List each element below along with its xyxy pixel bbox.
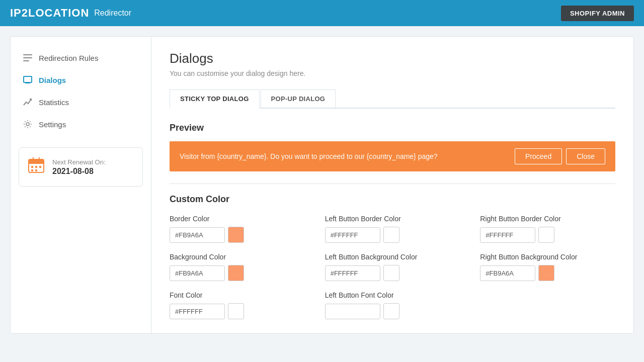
svg-point-5 — [26, 123, 29, 126]
main-content: Dialogs You can customise your dialog de… — [151, 37, 633, 333]
background-color-input-row — [170, 265, 305, 281]
dialogs-icon — [23, 75, 33, 85]
color-field-right-btn-bg: Right Button Background Color — [480, 253, 615, 281]
border-color-input-row — [170, 227, 305, 243]
preview-section: Preview Visitor from {country_name}. Do … — [170, 123, 615, 171]
left-btn-font-swatch[interactable] — [383, 303, 399, 319]
color-field-left-btn-font: Left Button Font Color — [325, 291, 460, 319]
left-btn-border-label: Left Button Border Color — [325, 215, 460, 223]
right-btn-bg-input[interactable] — [480, 265, 535, 281]
right-btn-bg-swatch[interactable] — [538, 265, 554, 281]
left-btn-border-input-row — [325, 227, 460, 243]
left-btn-font-input[interactable] — [325, 304, 380, 319]
sidebar-label-settings: Settings — [39, 120, 66, 129]
color-fields-grid: Border Color Left Button Border Color — [170, 215, 615, 319]
renewal-box: Next Renewal On: 2021-08-08 — [19, 147, 143, 187]
font-color-input[interactable] — [170, 304, 225, 319]
svg-rect-4 — [25, 82, 30, 83]
preview-buttons: Proceed Close — [515, 148, 605, 164]
sidebar-item-statistics[interactable]: Statistics — [11, 91, 151, 113]
border-color-label: Border Color — [170, 215, 305, 223]
font-color-input-row — [170, 303, 305, 319]
svg-rect-10 — [31, 166, 33, 168]
app-header: IP2LOCATION Redirector SHOPIFY ADMIN — [0, 0, 644, 26]
left-btn-border-input[interactable] — [325, 227, 380, 243]
color-field-font-color: Font Color — [170, 291, 305, 319]
left-btn-bg-input-row — [325, 265, 460, 281]
sidebar-label-dialogs: Dialogs — [39, 76, 66, 84]
background-color-label: Background Color — [170, 253, 305, 261]
product-name: Redirector — [94, 9, 131, 18]
renewal-info: Next Renewal On: 2021-08-08 — [52, 158, 106, 176]
right-btn-border-input[interactable] — [480, 227, 535, 243]
sidebar-label-statistics: Statistics — [39, 98, 69, 107]
sidebar-label-redirection-rules: Redirection Rules — [39, 54, 98, 62]
renewal-label: Next Renewal On: — [52, 158, 106, 166]
sidebar: Redirection Rules Dialogs Statistics — [11, 37, 151, 333]
logo-text: IP2LOCATION — [10, 7, 89, 20]
sidebar-item-dialogs[interactable]: Dialogs — [11, 69, 151, 91]
left-btn-bg-input[interactable] — [325, 265, 380, 281]
sidebar-nav: Redirection Rules Dialogs Statistics — [11, 47, 151, 135]
preview-message: Visitor from {country_name}. Do you want… — [180, 152, 515, 160]
color-field-border-color: Border Color — [170, 215, 305, 243]
renewal-date: 2021-08-08 — [52, 167, 106, 176]
right-btn-bg-label: Right Button Background Color — [480, 253, 615, 261]
color-field-background-color: Background Color — [170, 253, 305, 281]
svg-rect-2 — [23, 60, 29, 61]
page-title: Dialogs — [170, 51, 615, 66]
svg-rect-0 — [23, 54, 32, 55]
color-field-left-btn-bg: Left Button Background Color — [325, 253, 460, 281]
calendar-icon — [27, 156, 45, 178]
left-btn-bg-label: Left Button Background Color — [325, 253, 460, 261]
left-btn-font-input-row — [325, 303, 460, 319]
right-btn-border-swatch[interactable] — [538, 227, 554, 243]
logo-area: IP2LOCATION Redirector — [10, 7, 131, 20]
close-button[interactable]: Close — [566, 148, 605, 164]
border-color-input[interactable] — [170, 227, 225, 243]
svg-rect-12 — [39, 166, 41, 168]
preview-title: Preview — [170, 123, 615, 133]
left-btn-font-label: Left Button Font Color — [325, 291, 460, 299]
svg-rect-11 — [35, 166, 37, 168]
preview-bar: Visitor from {country_name}. Do you want… — [170, 141, 615, 171]
right-btn-border-label: Right Button Border Color — [480, 215, 615, 223]
custom-color-title: Custom Color — [170, 194, 615, 205]
statistics-icon — [23, 97, 33, 107]
proceed-button[interactable]: Proceed — [515, 148, 562, 164]
left-btn-bg-swatch[interactable] — [383, 265, 399, 281]
dialog-tabs: STICKY TOP DIALOG POP-UP DIALOG — [170, 89, 615, 109]
redirection-rules-icon — [23, 53, 33, 63]
left-btn-border-swatch[interactable] — [383, 227, 399, 243]
svg-rect-3 — [24, 76, 32, 82]
sidebar-item-settings[interactable]: Settings — [11, 113, 151, 135]
right-btn-border-input-row — [480, 227, 615, 243]
svg-rect-14 — [35, 169, 37, 171]
color-field-right-btn-border: Right Button Border Color — [480, 215, 615, 243]
font-color-label: Font Color — [170, 291, 305, 299]
main-container: Redirection Rules Dialogs Statistics — [10, 36, 634, 334]
sidebar-item-redirection-rules[interactable]: Redirection Rules — [11, 47, 151, 69]
custom-color-section: Custom Color Border Color Left Button Bo… — [170, 194, 615, 319]
svg-rect-7 — [29, 159, 44, 164]
right-btn-bg-input-row — [480, 265, 615, 281]
svg-rect-1 — [23, 57, 32, 58]
tab-popup-dialog[interactable]: POP-UP DIALOG — [261, 89, 336, 108]
page-subtitle: You can customise your dialog design her… — [170, 69, 615, 77]
tab-sticky-top-dialog[interactable]: STICKY TOP DIALOG — [170, 89, 260, 109]
background-color-input[interactable] — [170, 265, 225, 281]
font-color-swatch[interactable] — [228, 303, 244, 319]
settings-icon — [23, 119, 33, 129]
border-color-swatch[interactable] — [228, 227, 244, 243]
shopify-admin-button[interactable]: SHOPIFY ADMIN — [561, 6, 634, 21]
svg-rect-13 — [31, 169, 33, 171]
section-divider — [170, 184, 615, 184]
background-color-swatch[interactable] — [228, 265, 244, 281]
color-field-left-btn-border: Left Button Border Color — [325, 215, 460, 243]
